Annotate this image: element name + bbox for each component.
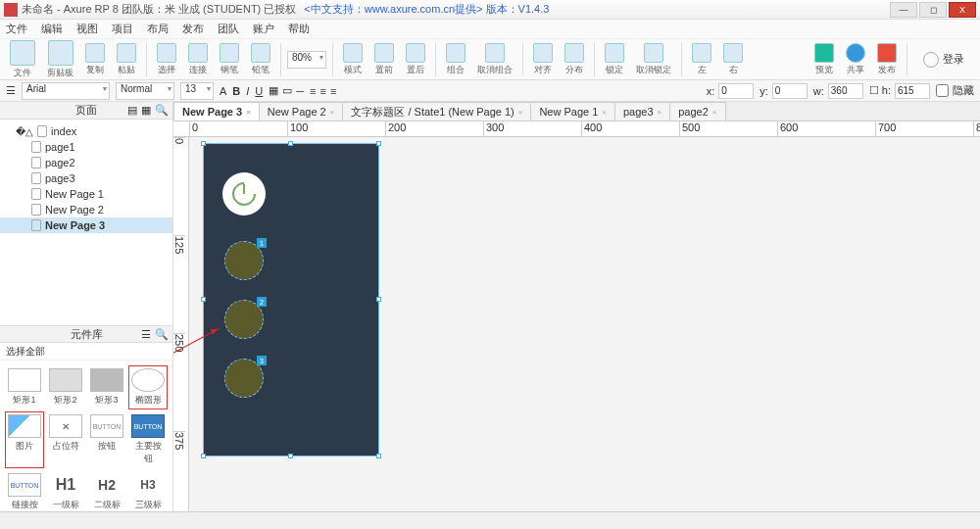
- publish-icon[interactable]: [877, 43, 897, 63]
- maximize-button[interactable]: ◻: [919, 2, 947, 18]
- back-icon[interactable]: [406, 43, 425, 63]
- pencil-icon[interactable]: [251, 43, 270, 63]
- titlebar: 未命名 - Axure RP 8 团队版：米 业成 (STUDENT) 已授权 …: [0, 0, 980, 20]
- align-l-icon[interactable]: ≡: [310, 85, 316, 97]
- group-icon[interactable]: [446, 43, 466, 63]
- menu-help[interactable]: 帮助: [288, 22, 310, 36]
- menu-team[interactable]: 团队: [218, 22, 239, 36]
- tab-state1[interactable]: 文字标题区 / State1 (New Page 1)×: [342, 102, 531, 120]
- widget-library: 矩形1 矩形2 矩形3 椭圆形 图片 ✕占位符 BUTTON按钮 BUTTON主…: [0, 361, 172, 529]
- menu-file[interactable]: 文件: [6, 22, 27, 36]
- tree-page1[interactable]: page1: [0, 139, 172, 155]
- select-icon[interactable]: [157, 43, 176, 63]
- w-input[interactable]: [828, 83, 863, 99]
- align-right-icon[interactable]: [723, 43, 743, 63]
- lock-icon[interactable]: [605, 43, 624, 63]
- minimize-button[interactable]: —: [890, 2, 917, 18]
- paste-icon[interactable]: [117, 43, 136, 63]
- align-icon[interactable]: [533, 43, 553, 63]
- app-icon: [4, 3, 18, 17]
- add-folder-icon[interactable]: ▦: [141, 104, 151, 117]
- zoom-combo[interactable]: 80%: [287, 51, 326, 69]
- lib-rect3[interactable]: 矩形3: [88, 366, 125, 409]
- left-column: 页面▤▦🔍 �△ index page1 page2 page3 New Pag…: [0, 102, 173, 529]
- lib-rect1[interactable]: 矩形1: [6, 366, 43, 409]
- line-icon[interactable]: ─: [296, 85, 304, 97]
- library-panel-header: 元件库☰🔍: [0, 325, 172, 343]
- pen-icon[interactable]: [220, 43, 239, 63]
- front-icon[interactable]: [374, 43, 394, 63]
- menu-layout[interactable]: 布局: [147, 22, 169, 36]
- border-icon[interactable]: ▭: [282, 84, 292, 97]
- share-icon[interactable]: [846, 43, 865, 63]
- selection-handles[interactable]: [203, 143, 379, 457]
- italic-icon[interactable]: I: [246, 85, 249, 97]
- clipboard-icon[interactable]: [48, 40, 74, 66]
- color-icon[interactable]: A: [220, 85, 226, 97]
- tree-newpage2[interactable]: New Page 2: [0, 202, 172, 217]
- document-tabs: New Page 3× New Page 2× 文字标题区 / State1 (…: [173, 102, 980, 121]
- ungroup-icon[interactable]: [485, 43, 505, 63]
- menubar: 文件 编辑 视图 项目 布局 发布 团队 账户 帮助: [0, 20, 980, 39]
- font-combo[interactable]: Arial: [22, 82, 110, 100]
- canvas[interactable]: 0125250375 1 2 3: [173, 137, 980, 529]
- x-input[interactable]: [718, 83, 754, 99]
- lib-select-all[interactable]: 选择全部: [0, 343, 172, 361]
- main-toolbar: 文件 剪贴板 复制 粘贴 选择 连接 钢笔 铅笔 80% 模式 置前 置后 组合…: [0, 39, 980, 80]
- tab-newpage2[interactable]: New Page 2×: [259, 102, 344, 120]
- lib-search-icon[interactable]: 🔍: [155, 328, 169, 341]
- support-link[interactable]: <中文支持：www.axure.com.cn提供> 版本：V1.4.3: [304, 2, 549, 17]
- close-button[interactable]: X: [949, 2, 976, 18]
- window-controls: — ◻ X: [890, 2, 976, 18]
- h-input[interactable]: [895, 83, 930, 99]
- tree-newpage1[interactable]: New Page 1: [0, 186, 172, 202]
- unlock-icon[interactable]: [644, 43, 663, 63]
- lib-button[interactable]: BUTTON按钮: [88, 412, 125, 467]
- fill-icon[interactable]: ▦: [269, 84, 278, 97]
- underline-icon[interactable]: U: [255, 85, 263, 97]
- align-c-icon[interactable]: ≡: [320, 85, 326, 97]
- add-page-icon[interactable]: ▤: [127, 104, 137, 117]
- tab-page3[interactable]: page3×: [614, 102, 670, 120]
- format-bar: ☰ Arial Normal 13 A B I U ▦ ▭ ─ ≡ ≡ ≡ x:…: [0, 80, 980, 102]
- menu-edit[interactable]: 编辑: [41, 22, 63, 36]
- canvas-area: New Page 3× New Page 2× 文字标题区 / State1 (…: [173, 102, 980, 529]
- align-r-icon[interactable]: ≡: [330, 85, 336, 97]
- tree-page3[interactable]: page3: [0, 170, 172, 186]
- tree-page2[interactable]: page2: [0, 155, 172, 170]
- lib-menu-icon[interactable]: ☰: [141, 328, 151, 341]
- tab-page2[interactable]: page2×: [669, 102, 725, 120]
- file-icon[interactable]: [10, 40, 35, 66]
- tree-newpage3[interactable]: New Page 3: [0, 217, 172, 233]
- align-left-icon[interactable]: [692, 43, 711, 63]
- lib-placeholder[interactable]: ✕占位符: [47, 412, 84, 467]
- search-icon[interactable]: 🔍: [155, 104, 169, 117]
- menu-view[interactable]: 视图: [76, 22, 98, 36]
- lib-primary-button[interactable]: BUTTON主要按钮: [129, 412, 167, 467]
- preview-icon[interactable]: [814, 43, 834, 63]
- weight-combo[interactable]: Normal: [116, 82, 174, 100]
- connect-icon[interactable]: [188, 43, 208, 63]
- tab-newpage3[interactable]: New Page 3×: [173, 102, 260, 120]
- lib-image[interactable]: 图片: [6, 412, 43, 467]
- menu-publish[interactable]: 发布: [182, 22, 204, 36]
- hide-checkbox[interactable]: [936, 84, 949, 97]
- menu-project[interactable]: 项目: [112, 22, 133, 36]
- statusbar: [0, 511, 980, 529]
- tree-root[interactable]: �△ index: [0, 123, 172, 139]
- bold-icon[interactable]: B: [232, 85, 240, 97]
- login-button[interactable]: 登录: [913, 52, 974, 68]
- bullet-icon[interactable]: ☰: [6, 84, 16, 97]
- distribute-icon[interactable]: [564, 43, 584, 63]
- size-combo[interactable]: 13: [180, 82, 214, 100]
- y-input[interactable]: [772, 83, 808, 99]
- pages-panel-header: 页面▤▦🔍: [0, 102, 172, 120]
- page-tree: �△ index page1 page2 page3 New Page 1 Ne…: [0, 120, 172, 237]
- lib-ellipse[interactable]: 椭圆形: [129, 366, 167, 409]
- copy-icon[interactable]: [85, 43, 105, 63]
- mode-icon[interactable]: [343, 43, 363, 63]
- tab-newpage1[interactable]: New Page 1×: [530, 102, 615, 120]
- menu-account[interactable]: 账户: [253, 22, 274, 36]
- lib-rect2[interactable]: 矩形2: [47, 366, 84, 409]
- ruler-horizontal: 01002003004005006007008009001000: [173, 121, 980, 137]
